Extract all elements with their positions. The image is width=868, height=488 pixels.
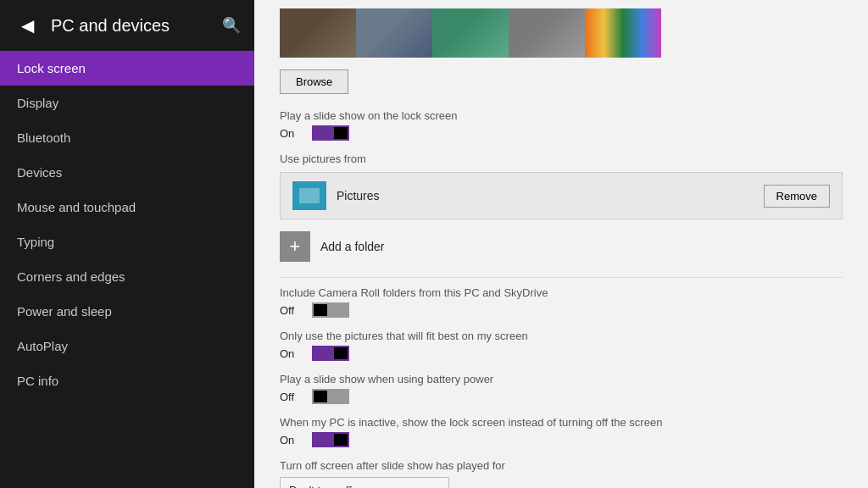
battery-section: Play a slide show when using battery pow… — [280, 373, 843, 404]
sidebar-item-display[interactable]: Display — [0, 86, 254, 120]
thumbnail-row — [280, 8, 843, 58]
thumb-5 — [585, 8, 661, 58]
sidebar-item-lock-screen[interactable]: Lock screen — [0, 51, 254, 86]
thumb-1 — [280, 8, 356, 58]
camera-roll-label: Include Camera Roll folders from this PC… — [280, 286, 843, 299]
sidebar-item-mouse-touchpad[interactable]: Mouse and touchpad — [0, 190, 254, 225]
battery-label: Play a slide show when using battery pow… — [280, 373, 843, 385]
fit-screen-thumb — [334, 347, 348, 359]
thumb-3 — [432, 8, 509, 58]
camera-roll-section: Include Camera Roll folders from this PC… — [280, 286, 843, 318]
dropdown-row: Don't turn off30 minutes1 hour2 hours4 h… — [280, 477, 843, 488]
slide-show-value: On — [280, 127, 303, 140]
fit-screen-label: Only use the pictures that will fit best… — [280, 330, 843, 342]
slide-show-label: Play a slide show on the lock screen — [280, 109, 843, 122]
inactive-section: When my PC is inactive, show the lock sc… — [280, 416, 843, 447]
slide-show-toggle-thumb — [334, 127, 348, 139]
folder-name: Pictures — [337, 189, 380, 202]
sidebar-item-devices[interactable]: Devices — [0, 155, 254, 190]
main-content[interactable]: Browse Play a slide show on the lock scr… — [254, 0, 868, 488]
remove-button[interactable]: Remove — [764, 185, 830, 208]
sidebar-item-autoplay[interactable]: AutoPlay — [0, 329, 254, 363]
inactive-value: On — [280, 434, 303, 446]
sidebar: ◀ PC and devices 🔍 Lock screenDisplayBlu… — [0, 0, 254, 488]
battery-value: Off — [280, 391, 303, 403]
battery-toggle[interactable] — [312, 389, 349, 404]
inactive-row: On — [280, 432, 843, 447]
camera-roll-thumb — [314, 304, 327, 316]
sidebar-item-pc-info[interactable]: PC info — [0, 363, 254, 398]
inactive-thumb — [334, 434, 348, 446]
sidebar-header: ◀ PC and devices 🔍 — [0, 0, 254, 51]
add-folder-row[interactable]: + Add a folder — [280, 231, 843, 262]
folder-box: Pictures Remove — [280, 172, 843, 219]
camera-roll-toggle[interactable] — [312, 302, 349, 318]
battery-track — [312, 389, 349, 404]
sidebar-item-power-sleep[interactable]: Power and sleep — [0, 294, 254, 329]
back-icon: ◀ — [21, 15, 34, 36]
dropdown-wrapper: Don't turn off30 minutes1 hour2 hours4 h… — [280, 477, 449, 488]
slide-show-toggle[interactable] — [312, 125, 349, 141]
turn-off-label: Turn off screen after slide show has pla… — [280, 459, 843, 472]
inactive-track — [312, 432, 349, 447]
slide-show-toggle-track — [312, 125, 349, 141]
sidebar-item-bluetooth[interactable]: Bluetooth — [0, 120, 254, 155]
turn-off-section: Turn off screen after slide show has pla… — [280, 459, 843, 488]
camera-roll-value: Off — [280, 304, 303, 317]
divider-1 — [280, 277, 843, 278]
camera-roll-row: Off — [280, 302, 843, 318]
use-pictures-label: Use pictures from — [280, 152, 843, 165]
fit-screen-section: Only use the pictures that will fit best… — [280, 330, 843, 361]
slide-show-section: Play a slide show on the lock screen On — [280, 109, 843, 141]
slide-show-row: On — [280, 125, 843, 141]
back-button[interactable]: ◀ — [14, 12, 41, 39]
folder-inner: Pictures — [292, 181, 380, 210]
thumb-2 — [356, 8, 432, 58]
browse-button[interactable]: Browse — [280, 69, 348, 94]
turn-off-dropdown[interactable]: Don't turn off30 minutes1 hour2 hours4 h… — [280, 477, 449, 488]
battery-thumb — [314, 391, 327, 402]
inactive-label: When my PC is inactive, show the lock sc… — [280, 416, 843, 429]
folder-icon — [292, 181, 326, 210]
inactive-toggle[interactable] — [312, 432, 349, 447]
plus-icon: + — [280, 231, 310, 262]
sidebar-title: PC and devices — [51, 16, 170, 36]
fit-screen-row: On — [280, 346, 843, 361]
camera-roll-track — [312, 302, 349, 318]
fit-screen-value: On — [280, 347, 303, 360]
thumb-4 — [509, 8, 585, 58]
battery-row: Off — [280, 389, 843, 404]
search-icon: 🔍 — [222, 17, 241, 34]
search-button[interactable]: 🔍 — [222, 16, 241, 35]
sidebar-item-typing[interactable]: Typing — [0, 225, 254, 259]
add-folder-text: Add a folder — [320, 240, 385, 253]
fit-screen-toggle[interactable] — [312, 346, 349, 361]
fit-screen-track — [312, 346, 349, 361]
nav-list: Lock screenDisplayBluetoothDevicesMouse … — [0, 51, 254, 398]
sidebar-item-corners-edges[interactable]: Corners and edges — [0, 259, 254, 294]
